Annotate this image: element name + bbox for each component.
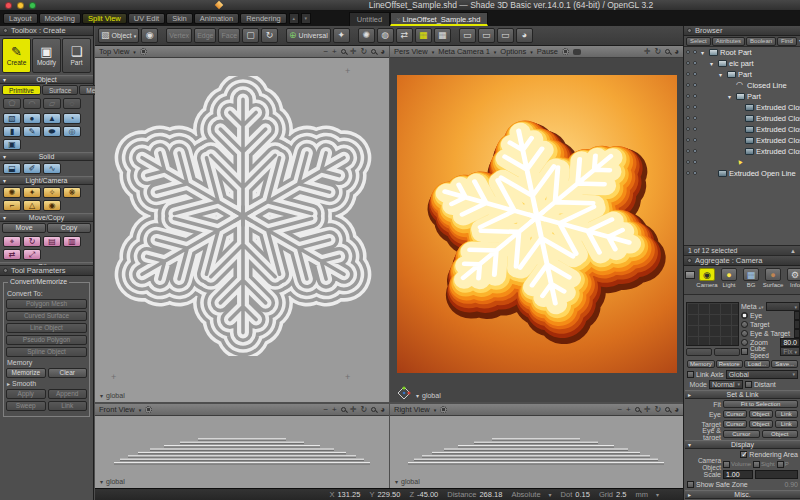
universal-manipulator-button[interactable]: ⊕Universal — [286, 28, 331, 43]
fit-to-selection-button[interactable]: Fit to Selection — [723, 400, 798, 408]
rotate-tool-button[interactable]: ↻ — [261, 28, 278, 43]
light-tool-icon[interactable]: △ — [23, 200, 41, 211]
solid-tool-icon[interactable]: ∿ — [43, 163, 61, 174]
axis-mode-label[interactable]: ▾global — [416, 392, 441, 399]
cube-speed-dropdown[interactable]: Fix▾ — [780, 347, 800, 356]
magnifier-icon[interactable] — [665, 49, 670, 54]
tree-row[interactable]: ▾ Extruded Closed — [684, 124, 800, 135]
axis-mode-label[interactable]: ▾global — [100, 392, 125, 399]
pan-icon[interactable]: ✛ — [350, 48, 357, 56]
solid-tool-icon[interactable]: ✐ — [23, 163, 41, 174]
cube-speed-checkbox[interactable] — [741, 348, 748, 355]
close-button[interactable] — [5, 2, 12, 9]
camera-preview[interactable] — [686, 302, 739, 346]
mode-tab[interactable]: Skin — [166, 13, 193, 24]
orbit-icon[interactable]: ↻ — [654, 48, 661, 56]
visibility-toggle-icon[interactable] — [693, 138, 697, 142]
camera-manipulation-radio[interactable]: Eye & Target — [741, 329, 800, 338]
primitive-tool-icon[interactable]: ⬠ — [3, 98, 21, 109]
visibility-toggle-icon[interactable] — [693, 72, 697, 76]
tree-row[interactable]: ▾ Extruded Closed — [684, 113, 800, 124]
convert-button[interactable]: Pseudo Polygon — [6, 335, 87, 345]
move-copy-toggle[interactable]: Copy — [47, 223, 91, 233]
camera-view-icon[interactable]: ◕ — [380, 48, 385, 56]
section-misc[interactable]: ▸Misc. — [685, 490, 800, 499]
target-object-button[interactable]: Object — [749, 420, 773, 428]
section-move-copy[interactable]: ▾Move/Copy — [0, 213, 93, 222]
orbit-icon[interactable]: ↻ — [360, 406, 367, 414]
document-tab[interactable]: ×LineOffset_Sample.shd — [390, 12, 488, 26]
browser-tab[interactable]: Select — [686, 37, 711, 46]
tree-row[interactable]: ▾ Extruded Open Line — [684, 168, 800, 179]
primitive-tool-icon[interactable]: ◠ — [23, 98, 41, 109]
mode-dropdown[interactable]: Normal▾ — [709, 380, 743, 389]
magnifier-icon[interactable] — [371, 407, 376, 412]
eye-cursor-button[interactable]: Cursor — [723, 410, 747, 418]
primitive-tool-icon[interactable]: ▱ — [43, 98, 61, 109]
meta-dropdown[interactable]: ▾ — [766, 302, 800, 311]
render-toggle-icon[interactable] — [686, 94, 690, 98]
comment-icon[interactable] — [573, 49, 581, 55]
camera-manipulation-radio[interactable]: Target — [741, 320, 800, 329]
minimize-button[interactable] — [17, 2, 24, 9]
four-view-layout-button[interactable]: ▦ — [415, 28, 432, 43]
render-toggle-icon[interactable] — [686, 83, 690, 87]
render-toggle-icon[interactable] — [686, 72, 690, 76]
render-toggle-icon[interactable] — [686, 138, 690, 142]
link-axis-dropdown[interactable]: Global▾ — [726, 370, 798, 379]
zoom-out-icon[interactable]: − — [323, 406, 328, 414]
render-toggle-icon[interactable] — [686, 50, 690, 54]
option-checkbox[interactable] — [777, 461, 784, 468]
magnifier-icon[interactable] — [635, 407, 640, 412]
object-tab[interactable]: Surface — [42, 85, 78, 95]
zoom-in-icon[interactable]: + — [626, 406, 631, 414]
camera-memory-button[interactable]: Restore — [716, 360, 743, 368]
camera-memory-button[interactable]: Memory — [687, 360, 715, 368]
section-object[interactable]: ▾Object — [0, 75, 93, 84]
orbit-icon[interactable]: ↻ — [654, 406, 661, 414]
vertex-mode-button[interactable]: Vertex — [166, 28, 192, 43]
object-mode-button[interactable]: ▧Object▾ — [98, 28, 139, 43]
light-tool-icon[interactable]: ✦ — [23, 187, 41, 198]
render-toggle-icon[interactable] — [686, 61, 690, 65]
visibility-toggle-icon[interactable] — [693, 61, 697, 65]
face-mode-button[interactable]: Face — [218, 28, 240, 43]
toolbox-mode-button[interactable]: ✎ Create — [2, 38, 31, 73]
radio-icon[interactable] — [741, 339, 748, 346]
tree-row[interactable]: ▾ Extruded Closed — [684, 146, 800, 157]
marquee-select-button[interactable]: ▢ — [242, 28, 259, 43]
toolbox-mode-button[interactable]: ❏ Part — [62, 38, 91, 73]
radio-icon[interactable] — [741, 330, 748, 337]
browser-tab[interactable]: Find — [777, 37, 797, 46]
move-copy-toggle[interactable]: Move — [2, 223, 46, 233]
smooth-button[interactable]: Link — [48, 401, 88, 411]
camera-view-icon[interactable]: ◕ — [674, 406, 679, 414]
eyetarget-cursor-button[interactable]: Cursor — [723, 430, 760, 438]
axis-mode-label[interactable]: ▾global — [395, 478, 420, 485]
section-set-link[interactable]: ▸Set & Link — [685, 390, 800, 399]
smooth-button[interactable]: Append — [48, 389, 88, 399]
top-viewport[interactable]: + + + ▾global — [95, 58, 389, 402]
move-tool-icon[interactable]: ↻ — [23, 236, 41, 247]
move-tool-icon[interactable]: ⇄ — [3, 249, 21, 260]
render-toggle-icon[interactable] — [686, 116, 690, 120]
camera-memory-button[interactable]: Save... — [771, 360, 798, 368]
collapse-icon[interactable] — [3, 268, 8, 273]
option-checkbox[interactable] — [723, 461, 730, 468]
pose-tool-button[interactable]: ✦ — [333, 28, 350, 43]
magnifier-icon[interactable] — [665, 407, 670, 412]
zoom-in-icon[interactable]: + — [332, 406, 337, 414]
visibility-toggle-icon[interactable] — [693, 83, 697, 87]
aggregate-tab[interactable]: ● Light — [719, 268, 739, 288]
collapse-icon[interactable] — [687, 28, 692, 33]
collapse-icon[interactable] — [687, 258, 692, 263]
tab-up-icon[interactable]: ▴ — [289, 13, 299, 24]
convert-button[interactable]: Spline Object — [6, 347, 87, 357]
camera-object-option[interactable]: P — [777, 461, 789, 468]
light-tool-button[interactable]: ✺ — [358, 28, 375, 43]
magnifier-icon[interactable] — [341, 49, 346, 54]
render-toggle-icon[interactable] — [686, 105, 690, 109]
expander-icon[interactable]: ▾ — [719, 71, 725, 78]
display-mode-2-button[interactable]: ▭ — [478, 28, 495, 43]
mode-tab[interactable]: UV Edit — [128, 13, 165, 24]
